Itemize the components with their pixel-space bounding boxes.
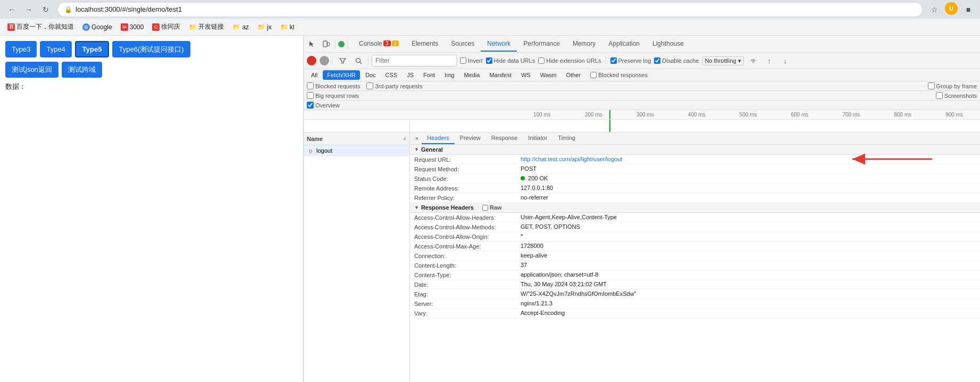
type3-button[interactable]: Type3 [5,41,37,57]
hide-extension-urls-checkbox[interactable] [538,57,545,64]
type-font[interactable]: Font [419,70,439,80]
timeline-900: 900 ms [928,112,980,118]
response-header-row: Content-Type:application/json; charset=u… [410,270,980,280]
type-media[interactable]: Media [459,70,484,80]
hide-extension-urls-label[interactable]: Hide extension URLs [538,57,601,64]
type4-button[interactable]: Type4 [40,41,71,57]
type-other[interactable]: Other [562,70,585,80]
disable-cache-checkbox[interactable] [654,57,660,64]
raw-checkbox[interactable] [482,205,488,211]
waterfall-row [304,120,980,132]
blocked-requests-label[interactable]: Blocked requests [307,82,360,89]
bookmark-kl[interactable]: 📁 kl [277,22,298,32]
tab-memory[interactable]: Memory [566,37,602,52]
header-val: Accept-Encoding [521,310,976,316]
big-rows-label[interactable]: Big request rows [307,92,359,99]
remote-value: 127.0.0.1:80 [521,185,976,191]
reload-button[interactable]: ↻ [38,2,53,17]
big-rows-checkbox[interactable] [307,92,314,99]
tab-console[interactable]: Console 3 1 [353,37,405,52]
tab-sources[interactable]: Sources [445,37,481,52]
type-ws[interactable]: WS [517,70,535,80]
bookmark-jx[interactable]: 📁 jx [254,22,275,32]
bookmark-devlink[interactable]: 📁 开发链接 [186,21,227,32]
blocked-responses-checkbox[interactable] [590,72,597,78]
cursor-icon[interactable] [306,38,319,51]
test-cors-button[interactable]: 测试跨域 [62,62,102,78]
tab-timing[interactable]: Timing [552,132,581,144]
third-party-checkbox[interactable] [366,82,373,89]
response-header-row: Access-Control-Allow-Origin:* [410,232,980,242]
clear-button[interactable] [320,56,329,65]
device-icon[interactable] [320,38,332,51]
bookmark-xu[interactable]: C 徐同庆 [149,21,183,32]
import-icon[interactable]: ↑ [763,54,776,67]
bookmark-az[interactable]: 📁 az [229,22,252,32]
wifi-icon[interactable] [747,54,760,67]
screenshots-label[interactable]: Screenshots [936,92,977,99]
forward-button[interactable]: → [21,2,36,17]
svg-rect-1 [324,40,326,41]
hide-data-urls-checkbox[interactable] [486,57,492,64]
back-button[interactable]: ← [4,2,19,17]
blocked-responses-label[interactable]: Blocked responses [590,72,648,78]
star-button[interactable]: ☆ [927,2,942,17]
general-section-header: ▼ General [410,145,980,155]
timeline-400: 400 ms [671,112,723,118]
third-party-label[interactable]: 3rd-party requests [366,82,422,89]
type-js[interactable]: JS [403,70,418,80]
test-json-button[interactable]: 测试json返回 [5,62,58,78]
type-css[interactable]: CSS [381,70,402,80]
type5-button[interactable]: Type5 [75,41,110,57]
tab-response[interactable]: Response [486,132,523,144]
group-by-frame-label[interactable]: Group by frame [928,82,977,89]
tab-performance[interactable]: Performance [517,37,566,52]
tab-network[interactable]: Network [481,37,517,52]
export-icon[interactable]: ↓ [779,54,792,67]
filter-input[interactable] [372,55,457,67]
tab-elements[interactable]: Elements [405,37,445,52]
details-panel: × Headers Preview Response Initiator Tim… [410,132,980,382]
preserve-log-checkbox[interactable] [610,57,617,64]
type-all[interactable]: All [307,70,322,80]
tab-lighthouse[interactable]: Lighthouse [646,37,690,52]
address-bar[interactable]: 🔒 localhost:3000/#/single/demo/test1 [57,2,923,17]
throttling-select[interactable]: No throttling ▾ [702,56,743,65]
type-doc[interactable]: Doc [361,70,380,80]
bookmark-google[interactable]: G Google [79,22,115,32]
type-manifest[interactable]: Manifest [485,70,516,80]
search-icon[interactable] [352,54,365,67]
invert-checkbox-label[interactable]: Invert [460,57,483,64]
tab-headers[interactable]: Headers [422,132,455,144]
tab-initiator[interactable]: Initiator [523,132,552,144]
type-wasm[interactable]: Wasm [536,70,561,80]
group-by-frame-checkbox[interactable] [928,82,935,89]
screenshots-checkbox[interactable] [936,92,943,99]
svg-rect-0 [323,41,327,47]
bookmark-3000[interactable]: 3k 3000 [118,22,147,32]
status-label: Status Code: [414,175,521,182]
record-button[interactable] [307,56,316,65]
status-value: 200 OK [521,175,976,181]
overview-label[interactable]: Overview [307,102,340,109]
type-img[interactable]: Img [440,70,458,80]
invert-checkbox[interactable] [460,57,466,64]
method-row: Request Method: POST [410,164,980,174]
tab-application[interactable]: Application [602,37,646,52]
request-item-logout[interactable]: {} logout [304,145,409,156]
type6-button[interactable]: Type6(测试提问接口) [112,41,190,57]
preserve-log-label[interactable]: Preserve log [610,57,651,64]
bookmark-label: 百度一下，你就知道 [16,22,74,31]
bookmark-baidu[interactable]: 百 百度一下，你就知道 [4,21,77,32]
filter-icon[interactable] [336,54,349,67]
type-fetch-xhr[interactable]: Fetch/XHR [323,70,360,80]
blocked-requests-checkbox[interactable] [307,82,314,89]
close-details-button[interactable]: × [412,134,422,143]
profile-button[interactable]: U [945,2,958,15]
extensions-button[interactable]: ■ [961,2,976,17]
overview-checkbox[interactable] [307,102,314,109]
raw-label[interactable]: Raw [482,204,502,211]
disable-cache-label[interactable]: Disable cache [654,57,699,64]
tab-preview[interactable]: Preview [455,132,486,144]
hide-data-urls-label[interactable]: Hide data URLs [486,57,535,64]
